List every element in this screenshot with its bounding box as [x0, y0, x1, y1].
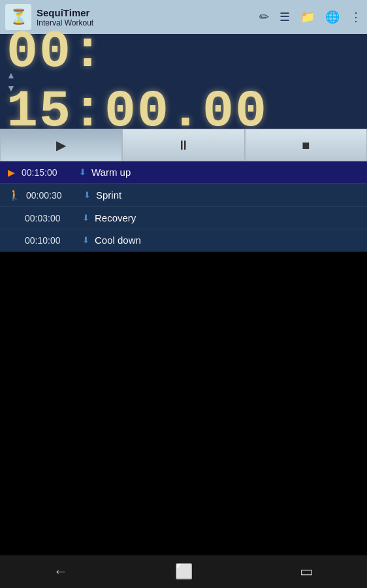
item-time: 00:10:00: [25, 235, 77, 246]
back-button[interactable]: ←: [54, 563, 68, 580]
bottom-nav: ← ⬜ ▭: [0, 555, 367, 588]
timer-arrow-up: ▲: [7, 70, 16, 80]
app-title: SequiTimer: [37, 7, 254, 18]
active-indicator: ▶: [8, 167, 15, 178]
list-item[interactable]: 00:03:00 ⬇ Recovery: [0, 207, 367, 229]
item-time: 00:03:00: [25, 213, 77, 223]
timer-digits: 00: 15:00.00: [7, 22, 360, 141]
list-item[interactable]: 00:10:00 ⬇ Cool down: [0, 229, 367, 252]
down-arrow-icon: ⬇: [79, 167, 86, 177]
timer-arrow-down: ▼: [7, 83, 16, 93]
home-button[interactable]: ⬜: [175, 563, 193, 580]
list-item[interactable]: ▶ 00:15:00 ⬇ Warm up: [0, 161, 367, 184]
recent-button[interactable]: ▭: [300, 563, 313, 580]
down-arrow-icon: ⬇: [84, 190, 91, 200]
list-item[interactable]: 🚶 00:00:30 ⬇ Sprint: [0, 184, 367, 207]
item-time: 00:15:00: [22, 167, 74, 178]
item-label: Warm up: [91, 167, 131, 178]
item-label: Cool down: [95, 235, 141, 246]
workout-list: ▶ 00:15:00 ⬇ Warm up 🚶 00:00:30 ⬇ Sprint…: [0, 161, 367, 252]
item-time: 00:00:30: [26, 190, 78, 201]
timer-display: ▲ ▼ 00: 15:00.00: [0, 34, 367, 129]
timer-arrows: ▲ ▼: [7, 70, 16, 93]
item-label: Recovery: [95, 212, 136, 223]
down-arrow-icon: ⬇: [82, 235, 89, 245]
item-label: Sprint: [96, 189, 121, 201]
down-arrow-icon: ⬇: [82, 213, 89, 223]
person-icon: 🚶: [8, 189, 21, 201]
